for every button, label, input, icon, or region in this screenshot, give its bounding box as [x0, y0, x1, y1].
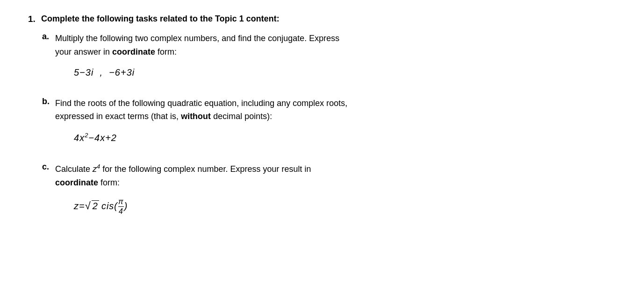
sub-content-b: Find the roots of the following quadrati…: [55, 97, 616, 143]
sub-b-math: 4x2−4x+2: [74, 132, 616, 143]
sqrt-expression: √2: [85, 200, 99, 212]
sub-b-line1: Find the roots of the following quadrati…: [55, 97, 616, 110]
question-number: 1.: [28, 14, 41, 24]
sub-a-line1: Multiply the following two complex numbe…: [55, 32, 616, 45]
sub-label-a: a.: [42, 32, 55, 78]
question-1-header: 1. Complete the following tasks related …: [28, 14, 616, 24]
sub-c-math: z= √2 cis(π4): [74, 198, 616, 216]
fraction-pi-over-4: π4: [118, 198, 124, 216]
sub-c-line2: coordinate form:: [55, 176, 616, 190]
sub-question-c: c. Calculate z4 for the following comple…: [42, 162, 616, 216]
bold-without: without: [181, 112, 211, 121]
sub-label-c: c.: [42, 162, 55, 216]
sub-a-line2: your answer in coordinate form:: [55, 45, 616, 59]
sub-b-line2: expressed in exact terms (that is, witho…: [55, 110, 616, 123]
sub-content-c: Calculate z4 for the following complex n…: [55, 162, 616, 216]
sqrt-symbol: √: [85, 200, 91, 212]
bold-coordinate-a: coordinate: [112, 47, 155, 57]
sub-a-math: 5−3i , −6+3i: [74, 67, 616, 78]
sqrt-number: 2: [92, 200, 99, 212]
sub-question-b: b. Find the roots of the following quadr…: [42, 97, 616, 143]
sub-content-a: Multiply the following two complex numbe…: [55, 32, 616, 78]
bold-coordinate-c: coordinate: [55, 178, 98, 187]
sub-c-line1: Calculate z4 for the following complex n…: [55, 162, 616, 176]
sub-label-b: b.: [42, 97, 55, 143]
sub-question-a: a. Multiply the following two complex nu…: [42, 32, 616, 78]
question-title: Complete the following tasks related to …: [41, 14, 279, 24]
